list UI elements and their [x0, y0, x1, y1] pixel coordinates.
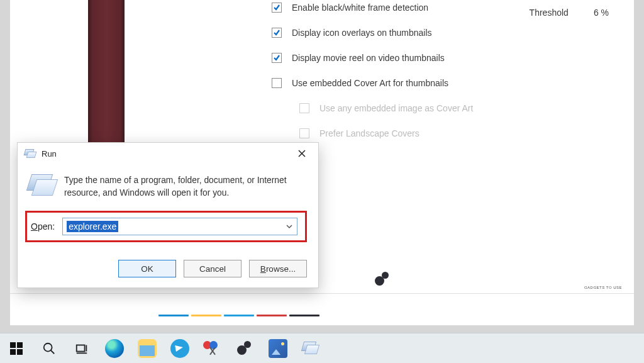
search-icon — [42, 342, 56, 355]
checkbox-icon[interactable] — [272, 78, 282, 88]
svg-point-0 — [44, 343, 52, 351]
threshold-value: 6 % — [594, 8, 609, 18]
taskbar — [0, 333, 644, 363]
search-button[interactable] — [33, 333, 65, 363]
close-button[interactable] — [288, 144, 316, 163]
checkbox-icon — [299, 128, 309, 138]
option-label: Use embedded Cover Art for thumbnails — [292, 78, 448, 88]
option-label: Display icon overlays on thumbnails — [292, 28, 432, 38]
option-label: Enable black/white frame detection — [292, 3, 428, 13]
task-view-button[interactable] — [65, 333, 98, 363]
option-row[interactable]: Display movie reel on video thumbnails — [272, 45, 609, 70]
checkbox-icon[interactable] — [272, 3, 282, 13]
taskbar-file-explorer[interactable] — [131, 333, 164, 363]
ok-button[interactable]: OK — [118, 260, 176, 277]
taskbar-edge[interactable] — [98, 333, 131, 363]
option-row: Use any embedded image as Cover Art — [272, 96, 609, 121]
open-label: Open: — [31, 221, 55, 232]
file-explorer-icon — [138, 339, 157, 358]
settings-panel: Threshold 6 % Enable black/white frame d… — [272, 0, 609, 146]
threshold-label: Threshold — [530, 8, 569, 18]
run-large-icon — [29, 174, 55, 198]
checkbox-icon[interactable] — [272, 28, 282, 38]
photos-icon — [269, 339, 287, 358]
steam-icon — [236, 339, 255, 358]
watermark: GADGETS TO USE — [581, 272, 625, 290]
cancel-button[interactable]: Cancel — [184, 260, 242, 277]
option-row[interactable]: Use embedded Cover Art for thumbnails — [272, 70, 609, 96]
bg-tab-strip — [158, 315, 319, 316]
option-label: Display movie reel on video thumbnails — [292, 53, 445, 63]
browse-button[interactable]: Browse... — [249, 260, 307, 277]
checkbox-icon — [299, 103, 309, 113]
option-row: Prefer Landscape Covers — [272, 121, 609, 146]
svg-rect-1 — [77, 345, 85, 351]
taskbar-photos[interactable] — [262, 333, 294, 363]
windows-logo-icon — [10, 342, 23, 355]
taskbar-steam[interactable] — [229, 333, 262, 363]
checkbox-icon[interactable] — [272, 53, 282, 63]
open-input-value[interactable]: explorer.exe — [67, 221, 118, 232]
open-combobox[interactable]: explorer.exe — [62, 218, 297, 235]
run-description: Type the name of a program, folder, docu… — [64, 174, 307, 199]
taskbar-run[interactable] — [294, 333, 327, 363]
chevron-down-icon[interactable] — [286, 223, 293, 230]
close-icon — [298, 150, 306, 157]
snip-sketch-icon — [203, 339, 222, 358]
bg-pillar — [88, 0, 125, 155]
telegram-icon — [170, 339, 189, 358]
run-titlebar[interactable]: Run — [18, 143, 318, 164]
task-view-icon — [75, 342, 89, 355]
start-button[interactable] — [0, 333, 33, 363]
run-title: Run — [36, 149, 288, 159]
run-icon — [301, 339, 320, 358]
divider — [10, 293, 634, 294]
steam-icon[interactable] — [374, 270, 392, 289]
edge-icon — [105, 339, 124, 358]
run-dialog: Run Type the name of a program, folder, … — [17, 142, 319, 288]
run-icon — [24, 147, 36, 160]
open-field-highlight: Open: explorer.exe — [25, 211, 307, 242]
option-label: Prefer Landscape Covers — [319, 128, 419, 138]
taskbar-snip[interactable] — [196, 333, 229, 363]
option-label: Use any embedded image as Cover Art — [319, 103, 473, 113]
taskbar-telegram[interactable] — [164, 333, 196, 363]
